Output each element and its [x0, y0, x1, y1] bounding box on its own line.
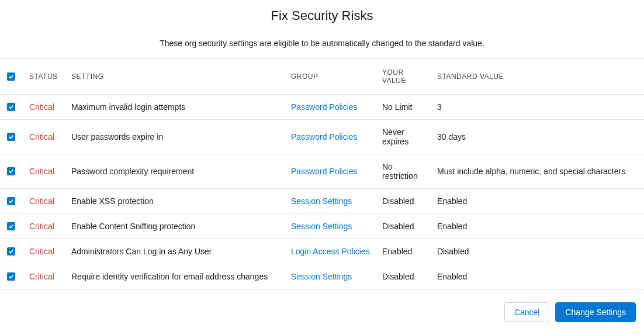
group-link[interactable]: Password Policies	[291, 167, 358, 176]
column-header-standard-value: Standard Value	[432, 59, 644, 95]
dialog-footer: Cancel Change Settings	[0, 289, 644, 335]
standard-value-cell: Enabled	[432, 214, 644, 239]
status-cell: Critical	[25, 120, 67, 154]
your-value-cell: Enabled	[378, 239, 432, 264]
column-header-your-value: Your Value	[378, 59, 432, 95]
group-link[interactable]: Session Settings	[291, 196, 352, 206]
setting-cell: Password complexity requirement	[67, 154, 286, 189]
standard-value-cell: Enabled	[432, 189, 644, 214]
settings-table: Status Setting Group Your Value Standard…	[0, 58, 644, 289]
group-link[interactable]: Password Policies	[291, 132, 358, 141]
status-cell: Critical	[25, 189, 67, 214]
table-row: CriticalPassword complexity requirementP…	[0, 154, 644, 189]
status-cell: Critical	[25, 214, 67, 239]
standard-value-cell: Must include alpha, numeric, and special…	[432, 154, 644, 189]
row-checkbox[interactable]	[7, 133, 15, 141]
standard-value-cell: Enabled	[432, 264, 644, 289]
row-checkbox[interactable]	[7, 197, 15, 205]
dialog-title: Fix Security Risks	[0, 8, 644, 23]
setting-cell: Maximum invalid login attempts	[67, 95, 286, 120]
your-value-cell: Disabled	[378, 189, 432, 214]
status-cell: Critical	[25, 154, 67, 189]
status-cell: Critical	[25, 95, 67, 120]
standard-value-cell: Disabled	[432, 239, 644, 264]
row-checkbox[interactable]	[7, 167, 15, 175]
status-cell: Critical	[25, 264, 67, 289]
settings-table-wrap: Status Setting Group Your Value Standard…	[0, 58, 644, 289]
table-row: CriticalMaximum invalid login attemptsPa…	[0, 95, 644, 120]
your-value-cell: Disabled	[378, 264, 432, 289]
column-header-status: Status	[25, 59, 67, 95]
your-value-cell: No restriction	[378, 154, 432, 189]
table-row: CriticalEnable Content Sniffing protecti…	[0, 214, 644, 239]
table-row: CriticalEnable XSS protectionSession Set…	[0, 189, 644, 214]
table-header-row: Status Setting Group Your Value Standard…	[0, 59, 644, 95]
cancel-button[interactable]: Cancel	[504, 302, 550, 322]
setting-cell: Administrators Can Log in as Any User	[67, 239, 286, 264]
column-header-setting: Setting	[67, 59, 286, 95]
dialog-subtitle: These org security settings are eligible…	[0, 39, 644, 48]
row-checkbox[interactable]	[7, 272, 15, 281]
select-all-checkbox[interactable]	[7, 72, 15, 81]
column-header-group: Group	[286, 59, 378, 95]
your-value-cell: No Limit	[378, 95, 432, 120]
row-checkbox[interactable]	[7, 247, 15, 255]
change-settings-button[interactable]: Change Settings	[555, 302, 636, 322]
group-link[interactable]: Login Access Policies	[291, 247, 370, 256]
table-row: CriticalAdministrators Can Log in as Any…	[0, 239, 644, 264]
status-cell: Critical	[25, 239, 67, 264]
setting-cell: User passwords expire in	[67, 120, 286, 154]
your-value-cell: Never expires	[378, 120, 432, 154]
row-checkbox[interactable]	[7, 103, 15, 111]
setting-cell: Enable XSS protection	[67, 189, 286, 214]
standard-value-cell: 30 days	[432, 120, 644, 154]
table-row: CriticalUser passwords expire inPassword…	[0, 120, 644, 154]
dialog-header: Fix Security Risks These org security se…	[0, 0, 644, 58]
setting-cell: Enable Content Sniffing protection	[67, 214, 286, 239]
table-row: CriticalRequire identity verification fo…	[0, 264, 644, 289]
your-value-cell: Disabled	[378, 214, 432, 239]
group-link[interactable]: Session Settings	[291, 272, 352, 281]
group-link[interactable]: Password Policies	[291, 102, 358, 112]
setting-cell: Require identity verification for email …	[67, 264, 286, 289]
standard-value-cell: 3	[432, 95, 644, 120]
group-link[interactable]: Session Settings	[291, 222, 352, 231]
row-checkbox[interactable]	[7, 222, 15, 230]
